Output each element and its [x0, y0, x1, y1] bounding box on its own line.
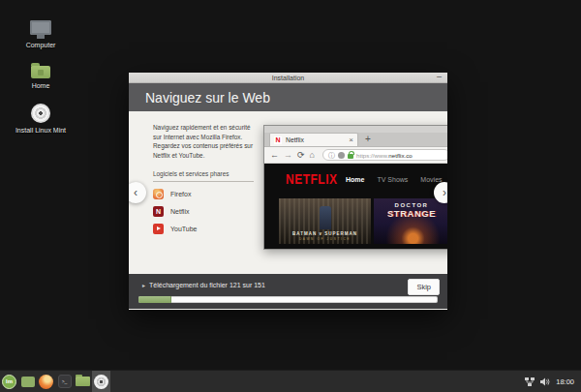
desktop-icon-computer[interactable]: Computer	[10, 20, 72, 48]
netflix-logo: NETFLIX	[286, 171, 338, 188]
network-icon[interactable]	[525, 377, 535, 386]
url-text: https://www.netflix.co	[356, 152, 413, 159]
netflix-favicon: N	[274, 136, 282, 144]
taskbar-clock[interactable]: 18:00	[556, 377, 574, 386]
slide-paragraph: Naviguez rapidement et en sécurité sur I…	[153, 123, 254, 160]
address-bar: ⓘ https://www.netflix.co	[322, 149, 447, 161]
installer-task-button[interactable]	[92, 371, 110, 392]
expander-icon: ▸	[142, 282, 145, 288]
install-disc-icon	[31, 104, 50, 123]
desktop-icon-home[interactable]: Home	[10, 62, 72, 89]
batman-title: BATMAN v SUPERMAN	[279, 231, 371, 236]
batman-subtitle: DAWN OF JUSTICE	[279, 237, 371, 241]
desktop-icon-label: Install Linux Mint	[10, 127, 72, 134]
menu-item-movies: Movies	[420, 176, 442, 183]
new-tab-icon: +	[365, 134, 371, 144]
youtube-icon	[153, 224, 164, 234]
status-text: Téléchargement du fichier 121 sur 151	[149, 282, 265, 288]
progress-fill	[138, 296, 171, 303]
desktop-icon-label: Home	[10, 82, 72, 89]
tile-doctor-strange: DOCTOR STRANGE	[374, 198, 447, 244]
browser-tab-netflix: N Netflix ×	[269, 133, 358, 146]
forward-icon: →	[284, 151, 292, 160]
slide-header: Naviguez sur le Web	[129, 83, 447, 111]
globe-icon	[338, 152, 345, 159]
window-title: Installation	[272, 75, 304, 81]
menu-item-tvshows: TV Shows	[377, 176, 408, 183]
netflix-icon: N	[153, 206, 164, 217]
browser-screenshot: N Netflix × + ← → ⟳ ⌂ ⓘ https://www.	[263, 125, 447, 250]
slide-content: Naviguez rapidement et en sécurité sur I…	[129, 111, 447, 274]
installer-footer: ▸ Téléchargement du fichier 121 sur 151 …	[129, 274, 447, 309]
app-label: Netflix	[170, 208, 189, 215]
firefox-icon	[39, 375, 53, 389]
minimize-button[interactable]: –	[437, 72, 442, 81]
tab-close-icon: ×	[349, 136, 353, 144]
tab-title: Netflix	[286, 136, 345, 143]
home-icon: ⌂	[310, 151, 315, 160]
movie-tiles: BATMAN v SUPERMAN DAWN OF JUSTICE DOCTOR…	[279, 198, 447, 244]
computer-icon	[30, 20, 51, 35]
list-item-youtube: YouTube	[153, 224, 254, 234]
firefox-launcher[interactable]	[37, 371, 55, 392]
slide-section-title: Logiciels et services phares	[153, 170, 254, 182]
taskbar: lm >_	[0, 370, 581, 392]
list-item-firefox: Firefox	[153, 189, 254, 199]
reload-icon: ⟳	[297, 151, 305, 160]
app-label: Firefox	[170, 191, 191, 197]
installer-window: Installation – Naviguez sur le Web Navig…	[129, 73, 447, 310]
mint-menu-button[interactable]: lm	[0, 371, 18, 392]
window-titlebar[interactable]: Installation –	[129, 73, 447, 83]
back-icon: ←	[270, 151, 279, 160]
app-label: YouTube	[170, 226, 198, 232]
terminal-launcher[interactable]: >_	[55, 371, 74, 392]
info-icon: ⓘ	[328, 152, 335, 159]
mint-logo-icon: lm	[2, 375, 16, 389]
show-desktop-button[interactable]	[18, 371, 37, 392]
desktop-icon-label: Computer	[10, 42, 72, 48]
strange-title-2: STRANGE	[374, 208, 447, 219]
netflix-page: NETFLIX Home TV Shows Movies BATMAN v SU…	[264, 164, 447, 249]
desktop-icon-install-linux-mint[interactable]: Install Linux Mint	[10, 104, 72, 134]
desktop: Computer Home Install Linux Mint Install…	[0, 0, 581, 392]
browser-toolbar: ← → ⟳ ⌂ ⓘ https://www.netflix.co	[264, 147, 447, 164]
terminal-icon: >_	[58, 375, 72, 388]
installer-disc-icon	[94, 375, 108, 389]
show-desktop-icon	[21, 377, 35, 387]
volume-icon[interactable]	[540, 377, 550, 386]
files-task-button[interactable]	[74, 371, 92, 392]
slide-prev-button[interactable]: ‹	[129, 182, 146, 203]
list-item-netflix: N Netflix	[153, 206, 254, 217]
netflix-menu: Home TV Shows Movies	[346, 176, 443, 183]
home-folder-icon	[31, 66, 50, 78]
chevron-left-icon: ‹	[134, 186, 138, 199]
skip-button[interactable]: Skip	[408, 279, 440, 295]
download-status[interactable]: ▸ Téléchargement du fichier 121 sur 151	[142, 282, 265, 288]
menu-item-home: Home	[346, 176, 364, 183]
slide-title: Naviguez sur le Web	[145, 90, 270, 106]
browser-tabbar: N Netflix × +	[264, 133, 447, 147]
tile-batman-v-superman: BATMAN v SUPERMAN DAWN OF JUSTICE	[279, 198, 371, 244]
progress-bar	[138, 296, 438, 303]
browser-titlebar	[264, 126, 447, 133]
folder-icon	[76, 377, 90, 386]
firefox-icon	[153, 189, 164, 199]
lock-icon	[348, 154, 353, 159]
chevron-right-icon: ›	[443, 186, 446, 199]
